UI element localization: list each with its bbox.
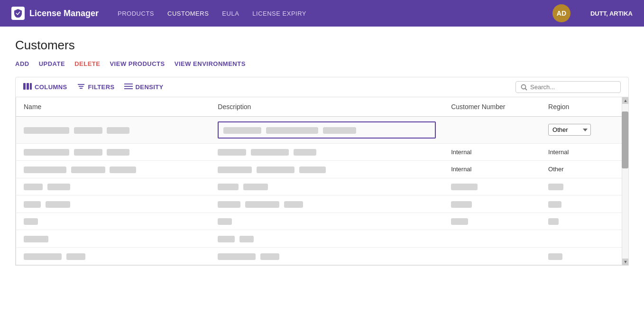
table-cell-description <box>210 247 443 265</box>
table-cell-customer-number: Internal <box>443 161 541 178</box>
table-cell-description <box>210 230 443 248</box>
user-avatar: AD <box>552 4 570 22</box>
table-row[interactable] <box>16 230 628 248</box>
table-cell-description <box>210 178 443 195</box>
name-blob <box>46 201 70 208</box>
svg-rect-2 <box>30 83 32 90</box>
svg-rect-1 <box>27 83 29 90</box>
table-row[interactable] <box>16 213 628 230</box>
table-cell-description <box>210 195 443 213</box>
table-cell-description <box>210 117 443 144</box>
name-blob <box>24 167 66 173</box>
desc-blob <box>218 201 240 208</box>
filters-button[interactable]: FILTERS <box>77 83 115 92</box>
table-cell-customer-number <box>443 247 541 265</box>
delete-button[interactable]: DELETE <box>74 60 100 67</box>
nav-links: PRODUCTS CUSTOMERS EULA LICENSE EXPIRY <box>118 10 306 17</box>
svg-line-10 <box>525 88 527 90</box>
toolbar: COLUMNS FILTERS DENSITY <box>15 77 629 97</box>
nav-products[interactable]: PRODUCTS <box>118 10 154 17</box>
table-cell-name <box>16 161 211 178</box>
table-cell-name <box>16 143 211 161</box>
desc-blob <box>218 253 256 260</box>
description-editor[interactable] <box>218 121 436 139</box>
table-row[interactable] <box>16 247 628 265</box>
desc-blob <box>223 127 261 134</box>
name-blob <box>66 253 85 260</box>
nav-license-expiry[interactable]: LICENSE EXPIRY <box>252 10 306 17</box>
desc-blob <box>218 218 232 225</box>
table-cell-customer-number <box>443 117 541 144</box>
columns-button[interactable]: COLUMNS <box>23 83 67 92</box>
desc-blob <box>266 127 318 134</box>
customers-table: Name Description Customer Number Region <box>16 97 628 265</box>
table-cell-name <box>16 247 211 265</box>
density-button[interactable]: DENSITY <box>124 83 164 92</box>
name-blob <box>24 201 41 208</box>
nav-customers[interactable]: CUSTOMERS <box>167 10 209 17</box>
view-environments-button[interactable]: VIEW ENVIRONMENTS <box>175 60 246 67</box>
table-cell-region <box>541 195 628 213</box>
desc-blob <box>218 236 235 242</box>
scrollbar-track[interactable]: ▲ ▼ <box>622 97 628 265</box>
table-cell-region: Internal <box>541 143 628 161</box>
user-name: DUTT, ARTIKA <box>590 10 633 17</box>
table-cell-description <box>210 161 443 178</box>
col-header-customer-number[interactable]: Customer Number <box>443 97 541 117</box>
name-blob <box>24 218 38 225</box>
table-cell-region[interactable]: Other Internal <box>541 117 628 144</box>
col-header-name[interactable]: Name <box>16 97 211 117</box>
desc-blob <box>257 167 294 173</box>
table-row[interactable] <box>16 195 628 213</box>
col-header-region[interactable]: Region <box>541 97 628 117</box>
name-blob <box>24 253 62 260</box>
page-content: Customers ADD UPDATE DELETE VIEW PRODUCT… <box>0 27 644 277</box>
name-blob <box>24 184 43 190</box>
name-blob <box>107 149 129 156</box>
search-input[interactable] <box>530 83 616 91</box>
table-cell-region <box>541 213 628 230</box>
region-select[interactable]: Other Internal <box>548 124 591 136</box>
table-cell-region <box>541 247 628 265</box>
name-blob <box>71 167 105 173</box>
density-icon <box>124 83 133 92</box>
name-blob <box>74 127 102 134</box>
brand-logo-icon <box>11 7 25 20</box>
brand: License Manager <box>11 7 99 20</box>
custnum-blob <box>451 218 468 225</box>
navbar: License Manager PRODUCTS CUSTOMERS EULA … <box>0 0 644 27</box>
table-cell-customer-number <box>443 195 541 213</box>
name-blob <box>24 127 69 134</box>
table-cell-name <box>16 195 211 213</box>
table-cell-name <box>16 230 211 248</box>
scrollbar-arrow-up[interactable]: ▲ <box>622 97 629 104</box>
table-row[interactable]: Internal Internal <box>16 143 628 161</box>
add-button[interactable]: ADD <box>15 60 29 67</box>
svg-rect-0 <box>23 83 26 90</box>
scrollbar-arrow-down[interactable]: ▼ <box>622 259 629 265</box>
table-cell-customer-number <box>443 213 541 230</box>
table-cell-description <box>210 213 443 230</box>
filters-icon <box>77 83 85 92</box>
table-row[interactable]: Other Internal <box>16 117 628 144</box>
update-button[interactable]: UPDATE <box>39 60 65 67</box>
brand-title: License Manager <box>29 9 99 19</box>
table-cell-name <box>16 117 211 144</box>
table-cell-customer-number <box>443 178 541 195</box>
filters-label: FILTERS <box>88 83 115 91</box>
table-cell-name <box>16 213 211 230</box>
col-header-description[interactable]: Description <box>210 97 443 117</box>
density-label: DENSITY <box>136 83 164 91</box>
desc-blob <box>218 184 239 190</box>
search-box[interactable] <box>515 81 621 93</box>
nav-eula[interactable]: EULA <box>222 10 239 17</box>
columns-icon <box>23 83 32 92</box>
search-icon <box>521 84 527 91</box>
table-row[interactable]: Internal Other <box>16 161 628 178</box>
table-row[interactable] <box>16 178 628 195</box>
table-cell-region <box>541 178 628 195</box>
name-blob <box>107 127 129 134</box>
table-cell-description <box>210 143 443 161</box>
scrollbar-thumb[interactable] <box>622 111 628 168</box>
view-products-button[interactable]: VIEW PRODUCTS <box>110 60 165 67</box>
